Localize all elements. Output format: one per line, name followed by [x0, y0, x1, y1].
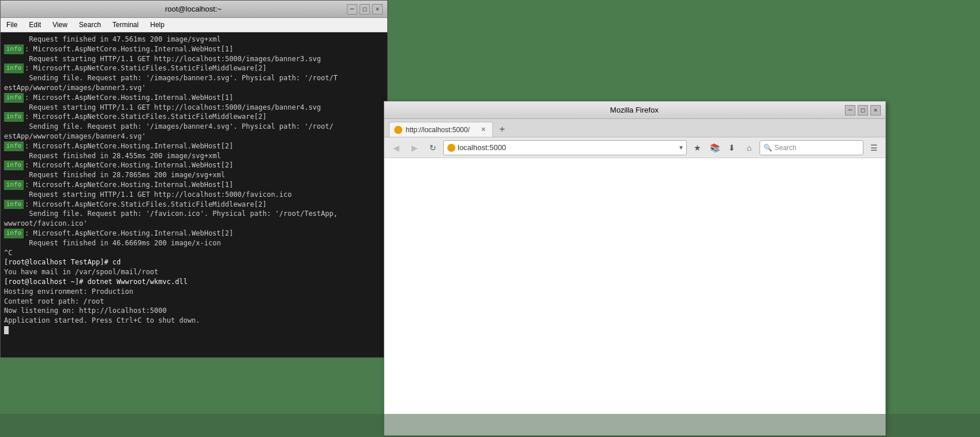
home-button[interactable]: ⌂ [741, 140, 757, 156]
log-line: You have mail in /var/spool/mail/root [4, 267, 384, 277]
firefox-close-button[interactable]: ✕ [870, 105, 881, 115]
terminal-titlebar: root@localhost:~ ─ □ ✕ [1, 1, 387, 18]
back-icon: ◀ [393, 143, 399, 152]
terminal-title: root@localhost:~ [40, 5, 347, 13]
bookmark-star-icon: ★ [694, 143, 701, 152]
close-button[interactable]: ✕ [372, 4, 383, 14]
terminal-menubar: File Edit View Search Terminal Help [1, 18, 387, 32]
log-badge: info [4, 180, 24, 190]
firefox-tab-active[interactable]: http://localhost:5000/ ✕ [389, 122, 493, 137]
menu-view[interactable]: View [49, 20, 71, 30]
log-line: Request finished in 28.455ms 200 image/s… [4, 151, 384, 161]
reload-button[interactable]: ↻ [425, 140, 441, 156]
nav-actions: ★ 📚 ⬇ ⌂ [689, 140, 757, 156]
search-placeholder: Search [775, 144, 796, 152]
search-icon: 🔍 [764, 144, 772, 152]
log-line: Application started. Press Ctrl+C to shu… [4, 316, 384, 326]
new-tab-button[interactable]: + [495, 122, 509, 136]
log-line: Request finished in 47.561ms 200 image/s… [4, 35, 384, 44]
menu-edit[interactable]: Edit [25, 20, 44, 30]
menu-search[interactable]: Search [76, 20, 104, 30]
tab-label: http://localhost:5000/ [406, 126, 470, 134]
terminal-body: Request finished in 47.561ms 200 image/s… [1, 32, 387, 357]
log-line: Request starting HTTP/1.1 GET http://loc… [4, 190, 384, 200]
log-line: Request finished in 28.7865ms 200 image/… [4, 170, 384, 180]
firefox-title: Mozilla Firefox [424, 106, 845, 114]
firefox-navbar: ◀ ▶ ↻ localhost:5000 ▼ ★ 📚 ⬇ ⌂ [384, 137, 885, 158]
log-line: estApp/wwwroot/images/banner3.svg' [4, 83, 384, 93]
log-line: Sending file. Request path: '/favicon.ic… [4, 209, 384, 219]
log-line: estApp/wwwroot/images/banner4.svg' [4, 132, 384, 141]
menu-terminal[interactable]: Terminal [109, 20, 142, 30]
log-line: ^C [4, 248, 384, 258]
log-text: : Microsoft.AspNetCore.Hosting.Internal.… [25, 93, 233, 103]
terminal-window: root@localhost:~ ─ □ ✕ File Edit View Se… [0, 0, 388, 358]
tab-close-button[interactable]: ✕ [478, 125, 488, 135]
log-line: Content root path: /root [4, 297, 384, 307]
bookmarks-button[interactable]: 📚 [706, 140, 723, 156]
url-bar[interactable]: localhost:5000 ▼ [443, 140, 687, 155]
log-text: : Microsoft.AspNetCore.Hosting.Internal.… [25, 141, 233, 151]
prompt-line: [root@localhost ~]# dotnet Wwwroot/wkmvc… [4, 277, 384, 287]
prompt-line: [root@localhost TestApp]# cd [4, 257, 384, 267]
minimize-button[interactable]: ─ [347, 4, 357, 14]
tab-favicon-icon [394, 126, 402, 134]
log-line: Sending file. Request path: '/images/ban… [4, 73, 384, 83]
log-line: wwwroot/favicon.ico' [4, 219, 384, 229]
forward-button[interactable]: ▶ [406, 140, 422, 156]
log-badge: info [4, 141, 24, 151]
log-badge: info [4, 93, 24, 103]
log-line: Sending file. Request path: '/images/ban… [4, 122, 384, 132]
log-text: : Microsoft.AspNetCore.Hosting.Internal.… [25, 229, 233, 238]
log-text: : Microsoft.AspNetCore.Hosting.Internal.… [25, 44, 233, 54]
firefox-menu-button[interactable]: ☰ [866, 140, 882, 156]
menu-help[interactable]: Help [147, 20, 168, 30]
log-text: : Microsoft.AspNetCore.StaticFiles.Stati… [25, 64, 267, 73]
log-text: : Microsoft.AspNetCore.StaticFiles.Stati… [25, 112, 267, 122]
log-text: : Microsoft.AspNetCore.StaticFiles.Stati… [25, 200, 267, 210]
log-badge: info [4, 44, 24, 54]
reload-icon: ↻ [429, 143, 436, 152]
cursor [4, 326, 9, 334]
back-button[interactable]: ◀ [388, 140, 404, 156]
firefox-content [384, 158, 885, 435]
log-badge: info [4, 200, 24, 210]
taskbar [0, 414, 980, 437]
log-line: Request finished in 46.6669ms 200 image/… [4, 238, 384, 248]
downloads-icon: ⬇ [728, 143, 735, 152]
log-badge: info [4, 160, 24, 170]
bookmark-star-button[interactable]: ★ [689, 140, 705, 156]
log-line: Hosting environment: Production [4, 287, 384, 297]
firefox-titlebar: Mozilla Firefox ─ □ ✕ [384, 102, 885, 119]
home-icon: ⌂ [747, 143, 751, 152]
log-text: : Microsoft.AspNetCore.Hosting.Internal.… [25, 160, 233, 170]
log-line: Request starting HTTP/1.1 GET http://loc… [4, 103, 384, 113]
menu-file[interactable]: File [3, 20, 21, 30]
firefox-minimize-button[interactable]: ─ [845, 105, 855, 115]
log-text: : Microsoft.AspNetCore.Hosting.Internal.… [25, 180, 233, 190]
search-bar[interactable]: 🔍 Search [760, 140, 863, 155]
url-dropdown-icon[interactable]: ▼ [679, 144, 683, 151]
forward-icon: ▶ [412, 143, 418, 152]
firefox-maximize-button[interactable]: □ [858, 105, 868, 115]
bookmarks-icon: 📚 [710, 143, 720, 152]
log-line: Request starting HTTP/1.1 GET http://loc… [4, 54, 384, 64]
firefox-window-controls: ─ □ ✕ [845, 105, 881, 115]
terminal-window-controls: ─ □ ✕ [347, 4, 383, 14]
firefox-window: Mozilla Firefox ─ □ ✕ http://localhost:5… [384, 101, 886, 436]
log-badge: info [4, 229, 24, 238]
log-line: Now listening on: http://localhost:5000 [4, 306, 384, 316]
maximize-button[interactable]: □ [360, 4, 370, 14]
firefox-tabbar: http://localhost:5000/ ✕ + [384, 119, 885, 137]
log-badge: info [4, 64, 24, 73]
hamburger-menu-icon: ☰ [870, 143, 878, 152]
downloads-button[interactable]: ⬇ [724, 140, 740, 156]
url-text: localhost:5000 [458, 143, 677, 152]
url-favicon-icon [447, 144, 455, 152]
log-badge: info [4, 112, 24, 122]
